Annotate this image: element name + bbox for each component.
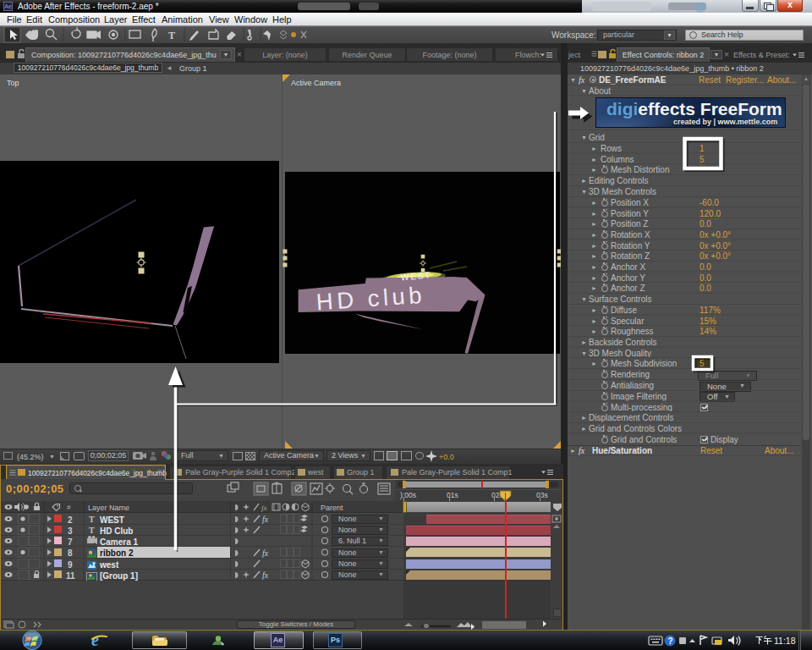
svg-text:fx: fx [262,515,269,524]
svg-text:T: T [168,30,175,41]
svg-text:e: e [91,631,99,649]
svg-text:?: ? [668,636,673,646]
svg-text:fx: fx [261,504,267,512]
svg-text:T: T [89,515,95,524]
svg-text:T: T [89,526,95,535]
svg-text:fx: fx [262,548,269,558]
svg-text:fx: fx [262,570,269,580]
